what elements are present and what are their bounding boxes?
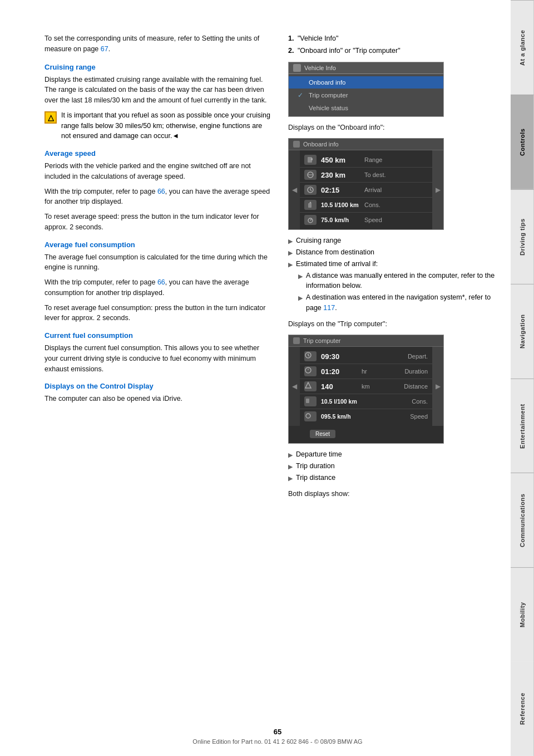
warning-box: △ It is important that you refuel as soo… [44, 110, 271, 141]
nav-right[interactable]: ▶ [432, 150, 443, 229]
onboard-row-arrival: 02:15 Arrival [300, 183, 432, 198]
nav-left[interactable]: ◀ [289, 150, 300, 229]
svg-rect-17 [306, 399, 309, 403]
page-link-67[interactable]: 67 [101, 45, 108, 53]
trip-title-bar: Trip computer [289, 335, 443, 347]
heading-average-speed: Average speed [44, 149, 271, 158]
onboard-title-bar: Onboard info [289, 139, 443, 150]
menu-item-trip-computer: ✓ Trip computer [289, 89, 443, 102]
sidebar-item-controls[interactable]: Controls [511, 95, 534, 189]
onboard-info-screenshot: Onboard info ◀ 450 km Range [288, 138, 444, 230]
trip-row-depart: 09:30 Depart. [300, 349, 432, 364]
right-column: 1. "Vehicle Info" 2. "Onboard info" or "… [288, 33, 500, 503]
trip-nav-left[interactable]: ◀ [289, 347, 300, 426]
sidebar-item-driving-tips[interactable]: Driving tips [511, 189, 534, 284]
bullet-sub-nav: ▶ A destination was entered in the navig… [298, 292, 500, 313]
section-cruising-range: Cruising range Displays the estimated cr… [44, 63, 271, 142]
onboard-icon [293, 141, 300, 148]
screenshot-menu: Onboard info ✓ Trip computer Vehicle sta… [289, 74, 443, 116]
trip-nav-right[interactable]: ▶ [432, 347, 443, 426]
sidebar-item-communications[interactable]: Communications [511, 473, 534, 567]
svg-line-13 [308, 355, 309, 356]
warning-icon: △ [44, 111, 57, 124]
speed-icon [304, 215, 317, 225]
onboard-row-dest: 230 km To dest. [300, 168, 432, 183]
current-fuel-text: Displays the current fuel consumption. T… [44, 343, 271, 374]
avg-fuel-text3: To reset average fuel consumption: press… [44, 303, 271, 324]
vehicle-info-screenshot: Vehicle Info Onboard info ✓ Trip compute… [288, 62, 444, 117]
intro-text: To set the corresponding units of measur… [44, 33, 271, 55]
left-column: To set the corresponding units of measur… [44, 33, 271, 503]
step-2: 2. "Onboard info" or "Trip computer" [288, 46, 500, 56]
average-speed-text2: With the trip computer, refer to page 66… [44, 186, 271, 208]
bullet-sub-manual: ▶ A distance was manually entered in the… [298, 271, 500, 292]
trip-bullet-list: ▶ Departure time ▶ Trip duration ▶ Trip … [288, 449, 500, 483]
section-current-fuel: Current fuel consumption Displays the cu… [44, 331, 271, 374]
menu-item-onboard-info: Onboard info [289, 76, 443, 89]
bullet-estimated-arrival: ▶ Estimated time of arrival if: [288, 259, 500, 269]
dest-icon [304, 170, 317, 180]
bullet-cruising-range: ▶ Cruising range [288, 235, 500, 246]
svg-rect-7 [308, 203, 312, 208]
avg-fuel-text1: The average fuel consumption is calculat… [44, 252, 271, 273]
trip-row-duration: 01:20 hr Duration [300, 364, 432, 379]
fuel-icon [304, 155, 317, 165]
bullet-departure: ▶ Departure time [288, 449, 500, 460]
svg-marker-8 [309, 202, 312, 203]
clock-icon [304, 185, 317, 195]
section-average-speed: Average speed Periods with the vehicle p… [44, 149, 271, 233]
intro-section: To set the corresponding units of measur… [44, 33, 271, 55]
onboard-row-speed: 75.0 km/h Speed [300, 213, 432, 227]
section-average-fuel: Average fuel consumption The average fue… [44, 240, 271, 324]
heading-average-fuel: Average fuel consumption [44, 240, 271, 249]
vehicle-info-icon [293, 64, 301, 72]
sidebar-item-mobility[interactable]: Mobility [511, 567, 534, 662]
onboard-bullet-list: ▶ Cruising range ▶ Distance from destina… [288, 235, 500, 313]
trip-row-distance: 140 km Distance [300, 379, 432, 394]
reset-button[interactable]: Reset [310, 430, 335, 438]
page-link-117[interactable]: 117 [323, 304, 335, 312]
dist-icon [304, 381, 317, 391]
screenshot-title-bar: Vehicle Info [289, 62, 443, 74]
sidebar-item-reference[interactable]: Reference [511, 662, 534, 756]
sidebar-item-entertainment[interactable]: Entertainment [511, 379, 534, 473]
trip-computer-screenshot: Trip computer ◀ 09:30 Depart. [288, 335, 444, 444]
cons-icon [304, 200, 317, 210]
control-display-text: The computer can also be opened via iDri… [44, 394, 271, 404]
both-shows-label: Both displays show: [288, 489, 500, 499]
onboard-info-label: Displays on the "Onboard info": [288, 122, 500, 133]
heading-current-fuel: Current fuel consumption [44, 331, 271, 340]
heading-cruising-range: Cruising range [44, 63, 271, 71]
trip-rows: 09:30 Depart. 01:20 hr Duration [300, 347, 432, 426]
page-footer: 65 Online Edition for Part no. 01 41 2 6… [44, 728, 511, 745]
average-speed-text1: Periods with the vehicle parked and the … [44, 161, 271, 182]
trip-icon [293, 337, 300, 344]
page-link-66b[interactable]: 66 [157, 278, 165, 286]
bullet-distance: ▶ Distance from destination [288, 247, 500, 258]
svg-line-6 [310, 190, 312, 191]
onboard-row-cons: 10.5 l/100 km Cons. [300, 198, 432, 213]
depart-icon [304, 351, 317, 361]
svg-line-10 [310, 219, 312, 220]
svg-marker-16 [305, 382, 311, 388]
side-tabs: At a glance Controls Driving tips Naviga… [511, 0, 534, 756]
bullet-trip-duration: ▶ Trip duration [288, 461, 500, 472]
page-number: 65 [274, 728, 281, 736]
menu-item-vehicle-status: Vehicle status [289, 102, 443, 114]
page-link-66a[interactable]: 66 [157, 188, 165, 195]
duration-icon [304, 366, 317, 376]
numbered-steps: 1. "Vehicle Info" 2. "Onboard info" or "… [288, 33, 500, 56]
trip-row-speed: 095.5 km/h Speed [300, 409, 432, 424]
trip-cons-icon [304, 396, 317, 406]
trip-computer-label: Displays on the "Trip computer": [288, 319, 500, 330]
footer-text: Online Edition for Part no. 01 41 2 602 … [192, 738, 362, 745]
average-speed-text3: To reset average speed: press the button… [44, 212, 271, 233]
section-control-display: Displays on the Control Display The comp… [44, 382, 271, 404]
bullet-trip-distance: ▶ Trip distance [288, 473, 500, 483]
avg-fuel-text2: With the trip computer, refer to page 66… [44, 277, 271, 298]
sidebar-item-at-a-glance[interactable]: At a glance [511, 0, 534, 95]
onboard-rows: 450 km Range 230 km To dest. [300, 150, 432, 229]
sidebar-item-navigation[interactable]: Navigation [511, 284, 534, 379]
warning-text: It is important that you refuel as soon … [61, 110, 271, 141]
svg-rect-1 [311, 158, 313, 160]
